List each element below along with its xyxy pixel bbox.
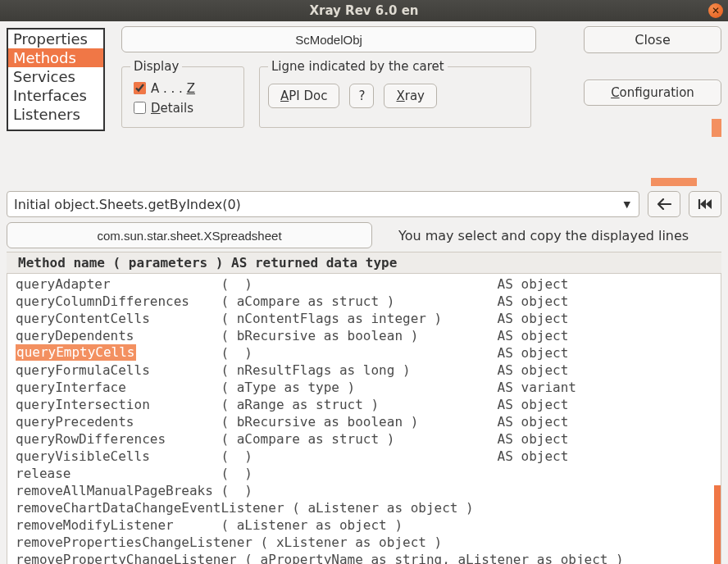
details-label: Details [151, 101, 193, 116]
category-list[interactable]: PropertiesMethodsServicesInterfacesListe… [7, 28, 105, 131]
details-checkbox-row[interactable]: Details [130, 99, 235, 116]
back-button[interactable] [648, 191, 680, 217]
object-path-combo[interactable]: Initial object.Sheets.getByIndex(0) ▼ [7, 191, 639, 217]
rewind-button[interactable] [689, 191, 721, 217]
az-label: A . . . Z [151, 81, 195, 96]
app-window: Xray Rev 6.0 en ✕ PropertiesMethodsServi… [0, 0, 728, 564]
interface-field[interactable] [7, 222, 372, 248]
az-checkbox-row[interactable]: A . . . Z [130, 80, 235, 97]
object-path-text: Initial object.Sheets.getByIndex(0) [14, 197, 241, 212]
window-title: Xray Rev 6.0 en [310, 3, 419, 18]
list-header: Method name ( parameters ) AS returned d… [7, 252, 721, 274]
window-close-icon[interactable]: ✕ [708, 3, 723, 18]
xray-button[interactable]: Xray [384, 84, 437, 108]
close-button[interactable]: Close [584, 26, 721, 53]
category-item-properties[interactable]: Properties [8, 30, 103, 48]
category-item-services[interactable]: Services [8, 67, 103, 86]
display-group: Display A . . . Z Details [121, 59, 244, 128]
method-list[interactable]: queryAdapter ( ) AS object queryColumnDi… [7, 274, 721, 564]
category-item-listeners[interactable]: Listeners [8, 105, 103, 124]
configuration-button[interactable]: Configuration [584, 80, 721, 106]
display-legend: Display [130, 59, 182, 74]
progress-chip-1 [712, 119, 721, 137]
progress-area [584, 121, 721, 186]
details-checkbox[interactable] [134, 102, 146, 114]
object-name-field[interactable] [121, 26, 536, 52]
api-doc-button[interactable]: API Doc [268, 84, 339, 108]
category-item-methods[interactable]: Methods [8, 48, 103, 67]
category-item-interfaces[interactable]: Interfaces [8, 86, 103, 105]
rewind-icon [698, 198, 712, 210]
chevron-down-icon: ▼ [624, 199, 630, 210]
titlebar: Xray Rev 6.0 en ✕ [0, 0, 728, 21]
method-list-body[interactable]: queryAdapter ( ) AS object queryColumnDi… [7, 274, 721, 564]
scrollbar-thumb[interactable] [714, 485, 721, 564]
highlighted-method[interactable]: queryEmptyCells [16, 344, 136, 361]
az-checkbox[interactable] [134, 82, 146, 94]
caret-legend: Ligne indicated by the caret [268, 59, 448, 74]
help-button[interactable]: ? [349, 84, 374, 108]
selection-hint: You may select and copy the displayed li… [398, 228, 689, 243]
arrow-left-icon [657, 198, 671, 210]
progress-chip-2 [651, 178, 697, 186]
caret-group: Ligne indicated by the caret API Doc ? X… [259, 59, 531, 128]
